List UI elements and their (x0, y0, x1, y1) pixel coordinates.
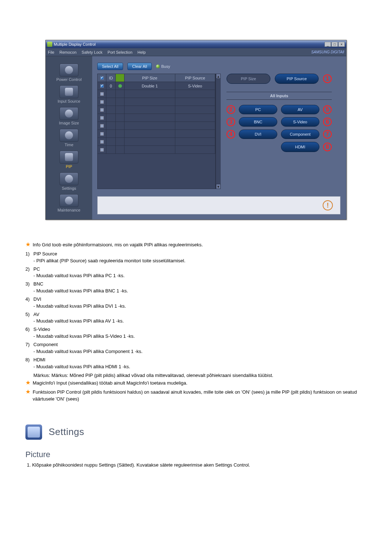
header-checkbox[interactable] (100, 76, 104, 80)
list-item: 4)DVI- Muudab valitud kuvas PIPi allika … (25, 296, 367, 310)
pc-button[interactable]: PC (239, 105, 277, 114)
grid-col-pip-source: PIP Source (175, 74, 215, 82)
row-id (106, 146, 116, 154)
row-checkbox[interactable] (100, 92, 104, 96)
menu-safety-lock[interactable]: Safety Lock (82, 50, 102, 54)
sidebar-item-label: PIP (66, 164, 72, 169)
power-icon (60, 63, 78, 77)
table-row[interactable] (98, 98, 215, 106)
maintenance-icon (60, 194, 78, 207)
sidebar-item-label: Maintenance (58, 208, 81, 212)
list-item-number: 1) (25, 251, 33, 258)
minimize-button[interactable]: _ (324, 42, 331, 47)
table-row[interactable] (98, 106, 215, 114)
menu-file[interactable]: File (48, 50, 54, 54)
row-status (116, 138, 124, 146)
scroll-up-icon[interactable]: ▲ (216, 74, 221, 79)
sidebar-item-maintenance[interactable]: Maintenance (48, 194, 90, 212)
row-id (106, 130, 116, 138)
sidebar-item-power-control[interactable]: Power Control (48, 63, 90, 82)
hdmi-button[interactable]: HDMI (281, 142, 319, 152)
select-all-button[interactable]: Select All (97, 63, 123, 70)
table-row[interactable] (98, 138, 215, 146)
svideo-button[interactable]: S-Video (281, 117, 319, 127)
list-item-title: PIP Source (33, 251, 57, 257)
row-checkbox[interactable] (100, 100, 104, 104)
input-source-icon (60, 85, 78, 98)
row-pip-size (124, 138, 175, 146)
row-pip-source (175, 106, 215, 114)
dvi-button[interactable]: DVI (239, 130, 277, 139)
grid-col-pip-size: PIP Size (124, 74, 175, 82)
component-button[interactable]: Component (281, 130, 319, 139)
row-id (106, 106, 116, 114)
dvi-label: DVI (255, 132, 261, 136)
time-icon (60, 129, 78, 142)
row-pip-source: S-Video (175, 82, 215, 90)
grid-scrollbar[interactable]: ▲ ▼ (216, 74, 221, 189)
intro-text: Info Grid toob esile põhiinformatsiooni,… (33, 242, 367, 249)
main-panel: Select All Clear All Busy ID PIP Size (92, 56, 346, 219)
row-id (106, 90, 116, 98)
close-button[interactable]: × (338, 42, 345, 47)
row-checkbox[interactable] (100, 132, 104, 136)
intro-note: ★ Info Grid toob esile põhiinformatsioon… (25, 242, 367, 249)
row-pip-source (175, 122, 215, 130)
magicinfo-text: MagicInfo'i Input (sisendallikas) töötab… (33, 380, 367, 387)
list-item: 6)S-Video- Muudab valitud kuvas PIPi all… (25, 326, 367, 340)
list-item: 8)HDMI- Muudab valitud kuvas PIPi allika… (25, 357, 367, 370)
menu-remocon[interactable]: Remocon (60, 50, 77, 54)
toolbar: Select All Clear All Busy (97, 63, 340, 70)
table-row[interactable] (98, 146, 215, 154)
app-icon (47, 42, 52, 47)
scroll-down-icon[interactable]: ▼ (216, 184, 221, 189)
sidebar-item-settings[interactable]: Settings (48, 172, 90, 190)
row-pip-source (175, 90, 215, 98)
row-pip-size (124, 122, 175, 130)
list-item-title: PC (33, 266, 40, 272)
row-status (116, 122, 124, 130)
sidebar-item-label: Input Source (58, 99, 80, 103)
row-checkbox[interactable] (100, 140, 104, 144)
row-status (116, 130, 124, 138)
menu-help[interactable]: Help (138, 50, 146, 54)
table-row[interactable]: 0Double 1S-Video (98, 82, 215, 90)
hdmi-label: HDMI (295, 145, 305, 149)
row-checkbox[interactable] (100, 124, 104, 128)
clear-all-button[interactable]: Clear All (127, 63, 152, 70)
row-checkbox[interactable] (100, 148, 104, 152)
row-checkbox[interactable] (100, 84, 104, 88)
row-pip-size (124, 106, 175, 114)
maximize-button[interactable]: □ (331, 42, 338, 47)
sidebar-item-input-source[interactable]: Input Source (48, 85, 90, 103)
row-pip-size (124, 90, 175, 98)
info-grid: ID PIP Size PIP Source 0Double 1S-Video (97, 74, 216, 189)
list-item-desc: - Muudab valitud kuvas PIPi allika AV 1 … (33, 318, 367, 325)
table-row[interactable] (98, 122, 215, 130)
doc-section: ★ Info Grid toob esile põhiinformatsioon… (25, 242, 367, 403)
bnc-button[interactable]: BNC (239, 117, 277, 127)
sidebar-item-time[interactable]: Time (48, 129, 90, 147)
list-item: 7)Component- Muudab valitud kuvas PIPi a… (25, 341, 367, 355)
app-body: Power Control Input Source Image Size Ti… (46, 56, 346, 219)
table-row[interactable] (98, 130, 215, 138)
sidebar-item-pip[interactable]: PIP (48, 151, 90, 169)
row-id (106, 138, 116, 146)
pip-source-button[interactable]: PIP Source (275, 74, 319, 84)
row-pip-size (124, 114, 175, 122)
sidebar-item-label: Power Control (56, 77, 82, 82)
list-item-title: Component (33, 342, 58, 347)
table-row[interactable] (98, 114, 215, 122)
sidebar-item-image-size[interactable]: Image Size (48, 107, 90, 125)
av-button[interactable]: AV (281, 105, 319, 114)
row-checkbox[interactable] (100, 108, 104, 112)
svideo-label: S-Video (293, 120, 307, 124)
list-item-desc: - PIPi allikat (PIP Source) saab regulee… (33, 258, 367, 264)
list-item-title: BNC (33, 281, 43, 287)
star-icon: ★ (25, 389, 30, 395)
row-pip-source (175, 138, 215, 146)
menu-port-selection[interactable]: Port Selection (107, 50, 132, 54)
table-row[interactable] (98, 90, 215, 98)
callout-8: 8 (323, 143, 332, 151)
row-checkbox[interactable] (100, 116, 104, 120)
